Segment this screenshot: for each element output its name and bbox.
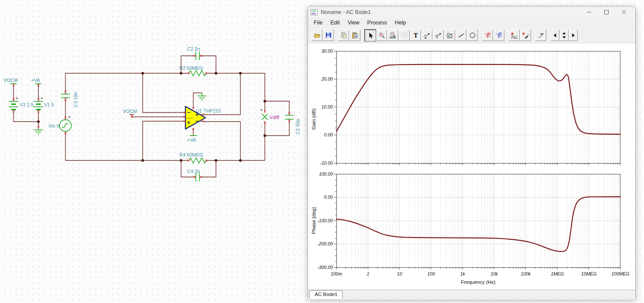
label-vocm-source[interactable]: VOCM [3,78,18,83]
trace-pick-tool[interactable] [520,30,531,41]
legend-tool[interactable] [444,30,455,41]
menu-process[interactable]: Process [363,19,391,27]
meter-vdiff[interactable]: + - [260,108,268,129]
cursor-a-tool[interactable]: a [482,30,493,41]
v1-plus-mark: + [41,96,43,101]
label-vocm-input[interactable]: VOCM [123,109,137,114]
open-button[interactable] [312,30,322,41]
tab-bar: AC Bode1 [308,289,635,300]
label-va-source[interactable]: +VA [31,78,40,83]
x-tick-label: 10k [490,271,498,276]
y-tick-label: 10.00 [322,104,333,109]
cursor-b-tool[interactable]: b [493,30,504,41]
app-canvas[interactable]: { "window": { "title": "Noname - AC Bode… [0,0,644,303]
label-vdiff[interactable]: Vdiff [269,115,280,120]
menu-bar: File Edit View Process Help [308,18,635,27]
y-tick-label: 30.00 [322,48,333,54]
y-tick-label: 100.00 [319,171,333,177]
label-vin[interactable]: Vin 0 [48,123,59,129]
marker-tool[interactable] [535,30,546,41]
bode-plot-area[interactable]: Gain (dB) Phase [deg] Frequency (Hz) 30.… [308,43,636,289]
curve-label-tool[interactable]: T [421,30,432,41]
title-bar[interactable]: Noname - AC Bode1 [308,7,635,18]
add-curve-tool[interactable] [509,30,520,41]
y-tick-label: -10.00 [320,160,333,166]
y-tick-label: -100.00 [317,218,333,223]
curve-query-tool[interactable]: ? [433,30,444,41]
vdiff-minus-mark: - [261,124,262,129]
vdiff-plus-mark: + [260,108,263,112]
y-tick-label: 20.00 [321,76,333,82]
minimize-button[interactable] [580,7,598,17]
label-v1[interactable]: V1 5 [44,102,54,107]
label-c3[interactable]: C3 18n [73,92,78,107]
page-prev-button[interactable] [551,30,559,41]
capacitor-c4[interactable] [196,173,199,181]
bode-window: Noname - AC Bode1 File Edit View Process… [308,6,636,299]
menu-view[interactable]: View [344,19,363,27]
label-r2[interactable]: R2 50MEG [179,65,203,71]
copy-button[interactable] [338,30,349,41]
frequency-axis-title: Frequency (Hz) [461,279,495,285]
app-icon [311,9,318,16]
tab-ac-bode1[interactable]: AC Bode1 [309,290,343,299]
page-spinner[interactable] [560,30,569,41]
svg-text:?: ? [436,35,438,39]
label-c2[interactable]: C2 2n [187,46,200,51]
schematic-labels: VOCM +VA + + + V3 2.5 V1 5 Vin 0 C3 18n … [3,46,300,174]
zoom-100-tool[interactable]: 100% [387,30,398,41]
x-tick-label: 10 [397,271,402,276]
toolbar: 100% T T ? a b [308,27,635,43]
y-tick-label: 0.00 [324,194,333,200]
schematic-wires[interactable] [14,56,289,177]
label-c4[interactable]: C4 2n [187,169,200,174]
x-tick-label: 10MEG [581,271,597,276]
x-tick-label: 100k [521,271,531,276]
zoom-in-tool[interactable] [376,30,387,41]
x-tick-label: 1 [367,271,369,276]
paste-button[interactable] [349,30,360,41]
capacitor-c1[interactable] [285,116,294,119]
opamp-vocm-pin-label: Vocm [186,116,193,119]
maximize-button[interactable] [598,7,615,17]
svg-text:T: T [414,32,418,39]
y-tick-label: -200.00 [317,241,333,246]
x-tick-label: 100m [331,271,343,276]
y-tick-label: -300.00 [317,265,333,270]
ellipse-tool[interactable] [467,30,478,41]
resistor-r4[interactable] [189,158,206,163]
line-tool[interactable] [456,30,466,41]
window-title: Noname - AC Bode1 [321,9,580,15]
battery-v1[interactable] [34,102,43,110]
label-va-pin[interactable]: +VA [187,137,196,143]
plot-content: Gain (dB) Phase [deg] Frequency (Hz) 30.… [308,43,635,289]
menu-edit[interactable]: Edit [326,19,344,27]
y-tick-label: 0.00 [324,132,333,137]
close-button[interactable] [615,7,633,17]
menu-file[interactable]: File [310,19,326,27]
battery-v3[interactable] [9,102,18,110]
v3-plus-mark: + [16,96,18,101]
ground-symbol-opamp [198,93,206,100]
label-r4[interactable]: R4 50MEG [179,152,203,157]
svg-text:b: b [500,31,502,35]
label-v3[interactable]: V3 2.5 [20,102,34,107]
x-tick-label: 1MEG [551,271,564,276]
label-u1[interactable]: U1 THP210 [196,108,221,113]
grid-toggle[interactable] [399,30,410,41]
capacitor-c2[interactable] [196,51,199,60]
select-tool[interactable] [365,30,376,41]
source-vin[interactable] [60,120,72,132]
page-next-button[interactable] [569,30,578,41]
schematic-canvas[interactable]: Vocm + - VOCM +VA + + + V3 2.5 V1 5 Vin … [0,0,310,303]
text-tool[interactable]: T [410,30,421,41]
save-button[interactable] [323,30,334,41]
svg-text:a: a [489,31,491,35]
capacitor-c3[interactable] [61,94,70,98]
resistor-r2[interactable] [189,71,206,76]
menu-help[interactable]: Help [391,19,410,27]
label-c1[interactable]: C1 50p [295,119,300,134]
vin-plus-mark: + [68,115,71,119]
ground-symbol-left [34,129,43,134]
x-tick-label: 100 [427,271,435,276]
